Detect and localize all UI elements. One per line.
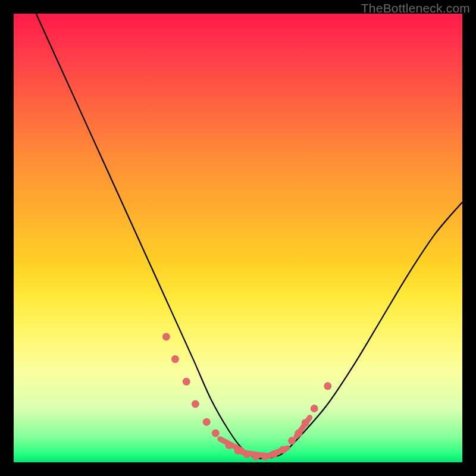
marker-dot bbox=[203, 418, 211, 426]
marker-dot bbox=[311, 405, 318, 412]
marker-dot bbox=[261, 453, 269, 461]
marker-dot bbox=[183, 378, 190, 386]
marker-dot bbox=[288, 437, 296, 444]
marker-dot bbox=[324, 382, 331, 390]
marker-dot bbox=[192, 400, 199, 408]
marker-dot bbox=[243, 450, 251, 458]
bottleneck-curve-line bbox=[36, 14, 462, 459]
watermark-text: TheBottleneck.com bbox=[361, 1, 470, 15]
marker-dot bbox=[279, 446, 287, 453]
marker-dot bbox=[225, 441, 233, 449]
marker-dot bbox=[171, 355, 179, 363]
marker-dot bbox=[270, 450, 278, 458]
marker-dot bbox=[212, 429, 220, 437]
marker-dot bbox=[252, 453, 260, 461]
marker-dot bbox=[302, 419, 309, 427]
marker-dot bbox=[162, 333, 170, 340]
marker-dot bbox=[234, 447, 242, 455]
marker-dots bbox=[162, 333, 331, 460]
chart-svg bbox=[14, 14, 462, 462]
marker-dot bbox=[295, 429, 302, 437]
chart-plot-area bbox=[14, 14, 462, 462]
